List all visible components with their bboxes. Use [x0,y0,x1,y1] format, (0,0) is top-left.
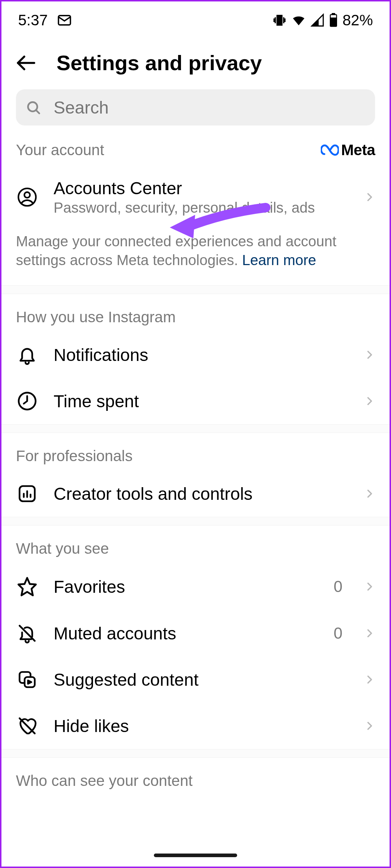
list-item-label: Suggested content [54,670,349,690]
arrow-left-icon [15,52,37,74]
chevron-right-icon [364,348,375,362]
creator-tools-row[interactable]: Creator tools and controls [1,471,390,517]
muted-accounts-row[interactable]: Muted accounts 0 [1,610,390,656]
accounts-center-body: Accounts Center Password, security, pers… [54,178,349,216]
back-button[interactable] [15,52,37,74]
page-header: Settings and privacy [1,33,390,86]
list-item-label: Hide likes [54,716,349,736]
section-label-usage: How you use Instagram [1,294,390,332]
suggested-content-row[interactable]: Suggested content [1,656,390,703]
divider [1,424,390,433]
status-time: 5:37 [18,12,48,29]
person-circle-icon [16,187,38,208]
meta-infinity-icon [321,144,339,156]
account-description: Manage your connected experiences and ac… [1,228,390,285]
chevron-right-icon [364,719,375,733]
chevron-right-icon [364,394,375,408]
media-icon [16,669,38,690]
chevron-right-icon [364,672,375,687]
bell-off-icon [16,623,38,643]
divider [1,517,390,526]
wifi-icon [291,13,306,28]
list-item-label: Time spent [54,391,349,411]
divider [1,749,390,758]
svg-rect-1 [277,16,282,25]
notifications-row[interactable]: Notifications [1,332,390,378]
meta-logo: Meta [321,141,375,159]
signal-icon [311,13,324,27]
chevron-right-icon [364,626,375,641]
list-item-label: Favorites [54,577,319,597]
svg-rect-3 [332,13,335,15]
svg-marker-19 [28,680,31,684]
accounts-center-row[interactable]: Accounts Center Password, security, pers… [1,166,390,228]
outlook-icon [56,12,72,28]
search-box[interactable] [16,89,375,125]
favorites-row[interactable]: Favorites 0 [1,563,390,610]
hide-likes-row[interactable]: Hide likes [1,703,390,749]
chevron-right-icon [364,190,375,204]
svg-line-7 [36,110,39,113]
battery-icon [329,13,338,27]
section-label-professionals: For professionals [1,433,390,471]
bell-icon [16,345,38,365]
your-account-header: Your account Meta [1,141,390,166]
divider [1,285,390,294]
time-spent-row[interactable]: Time spent [1,378,390,424]
search-input[interactable] [54,98,366,118]
star-icon [16,576,38,597]
list-item-label: Muted accounts [54,624,319,643]
chevron-right-icon [364,579,375,594]
section-label-visibility: Who can see your content [1,758,390,795]
muted-count: 0 [334,624,342,642]
favorites-count: 0 [334,578,342,596]
page-title: Settings and privacy [56,51,262,75]
meta-brand-text: Meta [341,141,375,159]
learn-more-link[interactable]: Learn more [242,252,316,268]
accounts-center-title: Accounts Center [54,178,349,198]
section-label-account: Your account [16,141,104,159]
vibrate-icon [272,13,287,27]
chevron-right-icon [364,486,375,501]
chart-icon [16,484,38,504]
list-item-label: Creator tools and controls [54,484,349,504]
list-item-label: Notifications [54,345,349,365]
svg-rect-4 [331,15,336,18]
svg-marker-15 [18,578,36,595]
search-icon [25,99,41,115]
clock-icon [16,391,38,411]
section-label-see: What you see [1,526,390,563]
status-bar: 5:37 82% [1,1,390,33]
accounts-center-subtitle: Password, security, personal details, ad… [54,200,349,216]
heart-off-icon [16,716,38,736]
battery-percent: 82% [342,12,373,29]
home-indicator[interactable] [154,854,237,857]
svg-point-9 [24,192,30,197]
